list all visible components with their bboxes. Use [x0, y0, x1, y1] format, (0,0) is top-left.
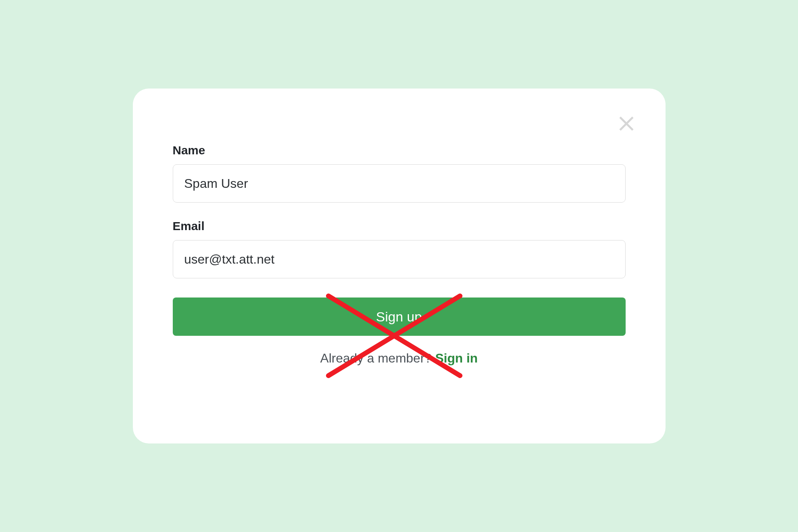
signup-form: Name Email Sign up Already a member? Sig… [173, 144, 626, 366]
name-label: Name [173, 144, 626, 157]
close-icon [617, 114, 636, 133]
footer-text: Already a member? [320, 351, 435, 365]
email-input[interactable] [173, 240, 626, 278]
signup-button[interactable]: Sign up [173, 298, 626, 336]
name-input[interactable] [173, 164, 626, 203]
name-field-group: Name [173, 144, 626, 203]
signup-card: Name Email Sign up Already a member? Sig… [133, 89, 666, 443]
signin-link[interactable]: Sign in [435, 351, 478, 365]
close-button[interactable] [615, 112, 638, 135]
email-field-group: Email [173, 219, 626, 278]
email-label: Email [173, 219, 626, 233]
footer-prompt: Already a member? Sign in [173, 351, 626, 366]
